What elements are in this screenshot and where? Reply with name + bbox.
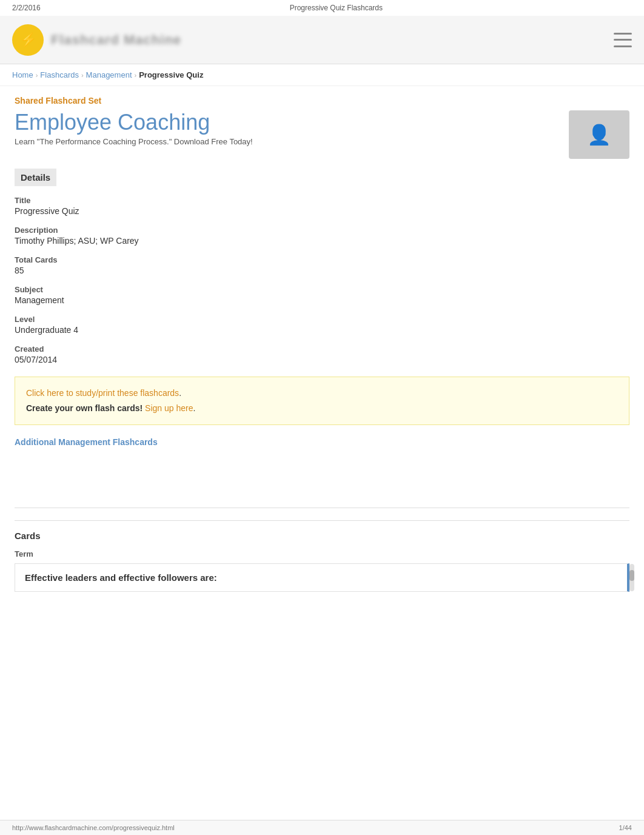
- detail-total-cards-row: Total Cards 85: [15, 255, 629, 275]
- card-question: Effective leaders and effective follower…: [25, 572, 617, 583]
- detail-total-cards-value: 85: [15, 266, 629, 275]
- card-term-label: Term: [15, 549, 629, 558]
- info-box: Click here to study/print these flashcar…: [15, 377, 629, 425]
- divider: [15, 508, 629, 508]
- bottom-pagination: 1/44: [619, 824, 632, 831]
- nav-current: Progressive Quiz: [139, 70, 203, 79]
- detail-level-label: Level: [15, 315, 629, 324]
- detail-title-label: Title: [15, 196, 629, 205]
- detail-created-row: Created 05/07/2014: [15, 344, 629, 364]
- detail-total-cards-label: Total Cards: [15, 255, 629, 264]
- logo-icon: ⚡: [12, 24, 44, 56]
- nav-home-link[interactable]: Home: [12, 70, 33, 79]
- detail-level-row: Level Undergraduate 4: [15, 315, 629, 335]
- detail-level-value: Undergraduate 4: [15, 325, 629, 335]
- bottom-url[interactable]: http://www.flashcardmachine.com/progress…: [12, 824, 175, 831]
- card-scrollbar-thumb: [629, 570, 634, 581]
- card-content-area: Effective leaders and effective follower…: [15, 563, 629, 592]
- create-line: Create your own flash cards! Sign up her…: [26, 401, 618, 416]
- promo-image: 👤 ad: [569, 110, 629, 159]
- detail-created-value: 05/07/2014: [15, 355, 629, 364]
- detail-created-label: Created: [15, 344, 629, 354]
- card-scrollbar[interactable]: [629, 564, 634, 591]
- study-link[interactable]: Click here to study/print these flashcar…: [26, 388, 179, 398]
- nav-separator-2: ›: [81, 72, 84, 79]
- logo-area: ⚡ Flashcard Machine: [12, 24, 181, 56]
- top-bar: 2/2/2016 Progressive Quiz Flashcards: [0, 0, 644, 16]
- promo-image-icon: 👤: [587, 123, 611, 146]
- promo-text-block: Employee Coaching Learn "The Performance…: [15, 110, 557, 146]
- logo-text: Flashcard Machine: [51, 32, 181, 48]
- detail-title-value: Progressive Quiz: [15, 206, 629, 216]
- study-line: Click here to study/print these flashcar…: [26, 386, 618, 401]
- hamburger-line-2: [614, 39, 632, 41]
- promo-subtitle: Learn "The Performance Coaching Process.…: [15, 137, 557, 146]
- signup-link[interactable]: Sign up here: [145, 403, 193, 413]
- signup-suffix: .: [193, 403, 195, 413]
- shared-label: Shared Flashcard Set: [15, 96, 629, 106]
- detail-description-value: Timothy Phillips; ASU; WP Carey: [15, 236, 629, 246]
- hamburger-menu-button[interactable]: [614, 33, 632, 47]
- detail-subject-row: Subject Management: [15, 285, 629, 305]
- main-content: Shared Flashcard Set Employee Coaching L…: [0, 86, 644, 602]
- breadcrumb: Home › Flashcards › Management › Progres…: [0, 64, 644, 86]
- cards-section: Cards Term Effective leaders and effecti…: [15, 520, 629, 592]
- bottom-bar: http://www.flashcardmachine.com/progress…: [0, 820, 644, 835]
- detail-description-row: Description Timothy Phillips; ASU; WP Ca…: [15, 226, 629, 246]
- create-prefix: Create your own flash cards!: [26, 403, 145, 413]
- study-suffix: .: [179, 388, 181, 398]
- hamburger-line-3: [614, 45, 632, 47]
- site-header: ⚡ Flashcard Machine: [0, 16, 644, 64]
- nav-separator-3: ›: [135, 72, 137, 79]
- page-title-top: Progressive Quiz Flashcards: [290, 4, 383, 12]
- nav-management-link[interactable]: Management: [86, 70, 132, 79]
- details-box: Details Title Progressive Quiz Descripti…: [15, 169, 629, 364]
- page-title: Employee Coaching: [15, 110, 557, 135]
- hamburger-line-1: [614, 33, 632, 35]
- nav-flashcards-link[interactable]: Flashcards: [40, 70, 79, 79]
- cards-heading: Cards: [15, 531, 629, 541]
- additional-management-link[interactable]: Additional Management Flashcards: [15, 437, 629, 447]
- logo-icon-symbol: ⚡: [20, 32, 36, 48]
- date-label: 2/2/2016: [12, 4, 41, 12]
- detail-title-row: Title Progressive Quiz: [15, 196, 629, 216]
- spacer: [15, 459, 629, 495]
- detail-subject-label: Subject: [15, 285, 629, 294]
- detail-subject-value: Management: [15, 295, 629, 305]
- detail-description-label: Description: [15, 226, 629, 235]
- details-heading: Details: [15, 169, 56, 186]
- nav-separator-1: ›: [36, 72, 38, 79]
- promo-area: Employee Coaching Learn "The Performance…: [15, 110, 629, 159]
